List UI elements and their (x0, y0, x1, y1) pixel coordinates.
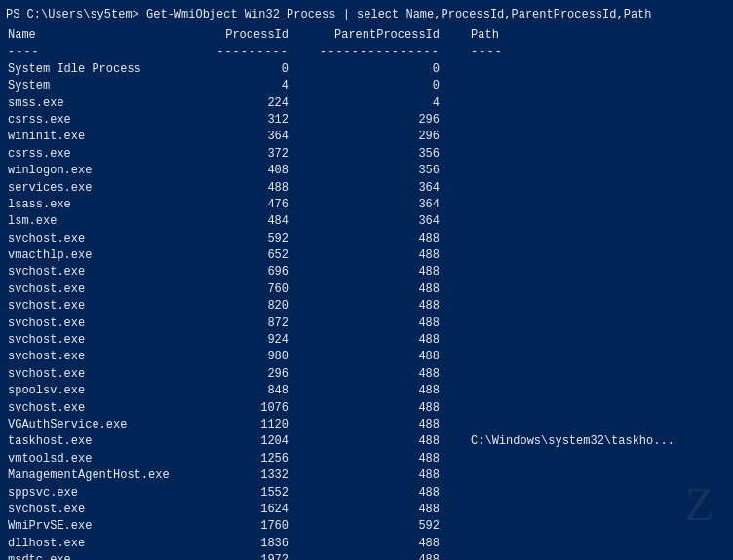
process-name: lsm.exe (6, 213, 201, 230)
process-ppid: 356 (318, 163, 469, 179)
process-name: wininit.exe (6, 129, 201, 145)
process-path (469, 78, 727, 94)
process-ppid: 488 (318, 433, 469, 450)
process-ppid: 364 (318, 197, 469, 213)
process-pid: 1204 (201, 433, 318, 450)
process-pid: 1972 (201, 552, 318, 560)
process-ppid: 364 (318, 213, 469, 230)
table-row: vmacthlp.exe652488 (6, 247, 727, 264)
table-row: svchost.exe1076488 (6, 400, 727, 417)
process-pid: 484 (201, 213, 318, 230)
process-ppid: 488 (318, 552, 469, 560)
table-row: svchost.exe760488 (6, 281, 727, 298)
process-pid: 364 (201, 129, 318, 145)
process-path: C:\Windows\system32\taskho... (469, 433, 727, 450)
table-row: csrss.exe312296 (6, 112, 727, 129)
process-ppid: 4 (318, 95, 469, 112)
process-path (469, 366, 727, 383)
process-pid: 476 (201, 197, 318, 213)
process-path (469, 163, 727, 179)
process-name: taskhost.exe (6, 433, 201, 450)
process-name: System (6, 78, 201, 94)
process-name: svchost.exe (6, 231, 201, 247)
process-path (469, 417, 727, 433)
process-pid: 1760 (201, 518, 318, 535)
process-path (469, 485, 727, 502)
process-ppid: 488 (318, 298, 469, 315)
process-path (469, 536, 727, 552)
process-pid: 488 (201, 180, 318, 197)
process-ppid: 488 (318, 383, 469, 399)
process-ppid: 0 (318, 61, 469, 78)
process-ppid: 488 (318, 316, 469, 332)
process-name: svchost.exe (6, 349, 201, 365)
process-pid: 652 (201, 247, 318, 264)
process-pid: 296 (201, 366, 318, 383)
process-name: System Idle Process (6, 61, 201, 78)
header-pid: ProcessId (201, 27, 318, 44)
process-pid: 980 (201, 349, 318, 365)
table-row: ManagementAgentHost.exe1332488 (6, 467, 727, 484)
process-ppid: 364 (318, 180, 469, 197)
process-path (469, 213, 727, 230)
table-row: msdtc.exe1972488 (6, 552, 727, 560)
table-row: dllhost.exe1836488 (6, 536, 727, 552)
process-ppid: 488 (318, 417, 469, 433)
process-path (469, 552, 727, 560)
table-row: svchost.exe980488 (6, 349, 727, 365)
process-pid: 372 (201, 146, 318, 163)
process-path (469, 197, 727, 213)
process-name: msdtc.exe (6, 552, 201, 560)
sep-name: ---- (6, 44, 201, 60)
header-name: Name (6, 27, 201, 44)
process-name: svchost.exe (6, 281, 201, 298)
table-row: svchost.exe924488 (6, 332, 727, 349)
process-ppid: 488 (318, 536, 469, 552)
table-row: taskhost.exe1204488C:\Windows\system32\t… (6, 433, 727, 450)
prompt-line: PS C:\Users\sy5tem> Get-WmiObject Win32_… (6, 8, 727, 21)
process-path (469, 502, 727, 518)
sep-path: ---- (469, 44, 727, 60)
table-row: svchost.exe296488 (6, 366, 727, 383)
process-path (469, 316, 727, 332)
process-pid: 408 (201, 163, 318, 179)
table-row: svchost.exe592488 (6, 231, 727, 247)
table-header: Name ProcessId ParentProcessId Path (6, 27, 727, 44)
process-ppid: 488 (318, 231, 469, 247)
sep-ppid: --------------- (318, 44, 469, 60)
process-ppid: 488 (318, 451, 469, 467)
table-row: VGAuthService.exe1120488 (6, 417, 727, 433)
process-ppid: 488 (318, 467, 469, 484)
sep-pid: --------- (201, 44, 318, 60)
process-path (469, 61, 727, 78)
process-pid: 0 (201, 61, 318, 78)
process-ppid: 488 (318, 400, 469, 417)
process-pid: 820 (201, 298, 318, 315)
process-pid: 696 (201, 264, 318, 280)
process-path (469, 467, 727, 484)
table-row: svchost.exe1624488 (6, 502, 727, 518)
process-pid: 1836 (201, 536, 318, 552)
process-name: spoolsv.exe (6, 383, 201, 399)
process-path (469, 298, 727, 315)
process-path (469, 400, 727, 417)
process-path (469, 231, 727, 247)
process-pid: 760 (201, 281, 318, 298)
process-pid: 1624 (201, 502, 318, 518)
process-ppid: 488 (318, 332, 469, 349)
process-name: svchost.exe (6, 366, 201, 383)
process-ppid: 296 (318, 129, 469, 145)
process-path (469, 129, 727, 145)
table-row: WmiPrvSE.exe1760592 (6, 518, 727, 535)
process-name: vmacthlp.exe (6, 247, 201, 264)
process-path (469, 247, 727, 264)
header-ppid: ParentProcessId (318, 27, 469, 44)
table-row: svchost.exe872488 (6, 316, 727, 332)
process-ppid: 356 (318, 146, 469, 163)
process-name: csrss.exe (6, 146, 201, 163)
process-name: csrss.exe (6, 112, 201, 129)
process-pid: 224 (201, 95, 318, 112)
table-row: wininit.exe364296 (6, 129, 727, 145)
process-list: System Idle Process00System40smss.exe224… (6, 61, 727, 560)
process-path (469, 95, 727, 112)
